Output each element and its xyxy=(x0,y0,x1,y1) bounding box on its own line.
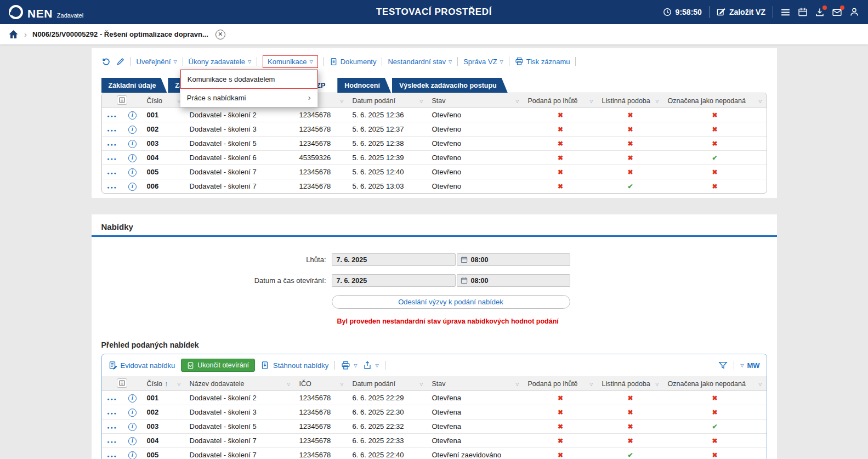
row-info-icon[interactable]: i xyxy=(128,154,137,162)
filter-caret-icon[interactable]: ▽ xyxy=(419,382,423,387)
filter-caret-icon[interactable]: ▽ xyxy=(515,382,519,387)
history-icon[interactable] xyxy=(101,57,111,66)
row-actions-icon[interactable]: ●●● xyxy=(107,128,117,132)
column-header-datum-podani[interactable]: ▽Datum podání xyxy=(348,376,428,391)
filter-button[interactable] xyxy=(718,361,728,370)
menu-item-komunikace-s-dodavatelem[interactable]: Komunikace s dodavatelem xyxy=(180,70,317,89)
row-actions-icon[interactable]: ●●● xyxy=(107,143,117,146)
pencil-icon[interactable] xyxy=(116,57,125,66)
user-icon[interactable] xyxy=(849,7,859,17)
row-actions-icon[interactable]: ●●● xyxy=(107,454,117,458)
row-actions-icon[interactable]: ●●● xyxy=(107,185,117,189)
toolbar-sprava-vz[interactable]: Správa VZ ▽ xyxy=(463,55,503,68)
column-header-listinna-podoba[interactable]: ▽Listinná podoba xyxy=(598,93,663,108)
home-icon[interactable] xyxy=(8,29,19,39)
download-icon[interactable] xyxy=(815,7,825,17)
column-header-nazev-dodavatele[interactable]: ▽Název dodavatele xyxy=(185,376,295,391)
column-header-cislo[interactable]: ▽Číslo xyxy=(143,93,185,108)
tab-hodnoceni[interactable]: Hodnocení xyxy=(337,78,391,93)
toolbar-ukony-zadavatele[interactable]: Úkony zadavatele ▽ xyxy=(189,55,252,68)
nen-logo[interactable]: NEN Zadavatel xyxy=(9,5,83,19)
row-actions-icon[interactable]: ●●● xyxy=(107,411,117,415)
cell-oznacena-jako-nepodana: ✖ xyxy=(663,405,767,420)
toolbar-dokumenty[interactable]: Dokumenty xyxy=(330,55,377,68)
row-info-icon[interactable]: i xyxy=(128,140,137,148)
row-info-icon[interactable]: i xyxy=(128,111,137,120)
filter-caret-icon[interactable]: ▽ xyxy=(758,99,762,104)
column-header-cislo[interactable]: ▽Číslo↑ xyxy=(143,376,185,391)
row-actions-icon[interactable]: ●●● xyxy=(107,171,117,175)
filter-caret-icon[interactable]: ▽ xyxy=(419,99,423,104)
tab-zakladni-udaje[interactable]: Základní údaje xyxy=(101,78,167,93)
stahnout-nabidky-button[interactable]: Stáhnout nabídky xyxy=(261,361,328,370)
toolbar-tisk-zaznamu[interactable]: Tisk záznamu xyxy=(515,55,570,68)
filter-caret-icon[interactable]: ▽ xyxy=(589,382,593,387)
opening-date-input[interactable]: 7. 6. 2025 xyxy=(332,274,456,287)
row-actions-icon[interactable]: ●●● xyxy=(107,157,117,161)
create-vz-button[interactable]: Založit VZ xyxy=(717,8,765,16)
row-info-icon[interactable]: i xyxy=(128,409,137,417)
deadline-time-input[interactable]: 08:00 xyxy=(457,253,570,266)
deadline-date-input[interactable]: 7. 6. 2025 xyxy=(332,253,456,266)
column-header-datum-podani[interactable]: ▽Datum podání xyxy=(348,93,428,108)
tab-vysledek-zadavaciho-postupu[interactable]: Výsledek zadávacího postupu xyxy=(392,78,508,93)
menu-item-prace-s-nabidkami[interactable]: Práce s nabídkami › xyxy=(180,89,317,107)
row-actions-icon[interactable]: ●●● xyxy=(107,440,117,444)
export-offers-button[interactable]: ▽ xyxy=(363,361,378,370)
row-info-icon[interactable]: i xyxy=(128,126,137,134)
nonstandard-warning: Byl proveden nestandardní stav úprava na… xyxy=(337,318,767,325)
cell-oznacena-jako-nepodana: ✖ xyxy=(663,179,767,194)
cell-stav: Otevřena xyxy=(428,405,524,420)
column-settings-icon[interactable] xyxy=(117,378,127,388)
close-icon[interactable]: ✕ xyxy=(215,30,225,39)
row-actions-icon[interactable]: ●●● xyxy=(107,426,117,429)
toolbar-nestandardni-stav[interactable]: Nestandardní stav ▽ xyxy=(388,55,452,68)
row-info-icon[interactable]: i xyxy=(128,394,137,403)
filter-caret-icon[interactable]: ▽ xyxy=(655,382,659,387)
toolbar-komunikace[interactable]: Komunikace ▽ Komunikace s dodavatelem Pr… xyxy=(263,55,318,68)
opening-time-input[interactable]: 08:00 xyxy=(457,274,570,287)
column-settings-icon[interactable] xyxy=(117,95,127,105)
column-header-stav[interactable]: ▽Stav xyxy=(428,376,524,391)
column-header-listinna-podoba[interactable]: ▽Listinná podoba xyxy=(598,376,663,391)
mail-icon[interactable] xyxy=(832,7,842,18)
filter-caret-icon[interactable]: ▽ xyxy=(758,382,762,387)
column-header-label: Datum podání xyxy=(353,97,396,105)
view-selector[interactable]: ▽ MW xyxy=(740,361,759,370)
menu-icon[interactable] xyxy=(780,7,791,18)
filter-caret-icon[interactable]: ▽ xyxy=(287,382,290,387)
row-info-icon[interactable]: i xyxy=(128,423,137,431)
row-info-icon[interactable]: i xyxy=(128,168,137,177)
column-header-stav[interactable]: ▽Stav xyxy=(428,93,524,108)
print-offers-button[interactable]: ▽ xyxy=(341,361,357,370)
row-info-icon[interactable]: i xyxy=(128,437,137,445)
row-actions-icon[interactable]: ●●● xyxy=(107,114,117,118)
filter-caret-icon[interactable]: ▽ xyxy=(177,382,180,387)
toolbar-uverejneni[interactable]: Uveřejnění ▽ xyxy=(137,55,177,68)
evidovat-nabidku-button[interactable]: Evidovat nabídku xyxy=(109,361,175,370)
cell-actions: ●●● xyxy=(102,179,123,194)
cell-cislo: 003 xyxy=(143,137,185,151)
filter-caret-icon[interactable]: ▽ xyxy=(340,382,343,387)
column-header-oznacena-jako-nepodana[interactable]: ▽Označena jako nepodaná xyxy=(663,376,767,391)
send-invite-button[interactable]: Odeslání výzvy k podání nabídek xyxy=(332,295,570,309)
filter-caret-icon[interactable]: ▽ xyxy=(340,99,343,104)
column-header-ico[interactable]: ▽IČO xyxy=(295,376,348,391)
filter-caret-icon[interactable]: ▽ xyxy=(655,99,659,104)
column-settings-cell[interactable] xyxy=(102,376,143,391)
column-settings-cell[interactable] xyxy=(102,93,143,108)
offers-table: ▽Číslo↑▽Název dodavatele▽IČO▽Datum podán… xyxy=(102,376,767,459)
row-info-icon[interactable]: i xyxy=(128,451,137,459)
column-header-podana-po-lhute[interactable]: ▽Podaná po lhůtě xyxy=(524,376,598,391)
cell-nazev-dodavatele: Dodavatel - školení 6 xyxy=(185,151,295,165)
filter-caret-icon[interactable]: ▽ xyxy=(515,99,519,104)
ukoncit-oteviranni-button[interactable]: Ukončit otevírání xyxy=(181,359,255,372)
row-actions-icon[interactable]: ●●● xyxy=(107,397,117,401)
sort-asc-icon[interactable]: ↑ xyxy=(164,380,168,388)
calendar-icon[interactable] xyxy=(798,7,808,17)
column-header-podana-po-lhute[interactable]: ▽Podaná po lhůtě xyxy=(524,93,598,108)
row-info-icon[interactable]: i xyxy=(128,183,137,191)
filter-caret-icon[interactable]: ▽ xyxy=(589,99,593,104)
breadcrumb-item[interactable]: N006/25/V00005292 - Řešení optimalizace … xyxy=(32,30,208,38)
column-header-oznacena-jako-nepodana[interactable]: ▽Označena jako nepodaná xyxy=(663,93,767,108)
